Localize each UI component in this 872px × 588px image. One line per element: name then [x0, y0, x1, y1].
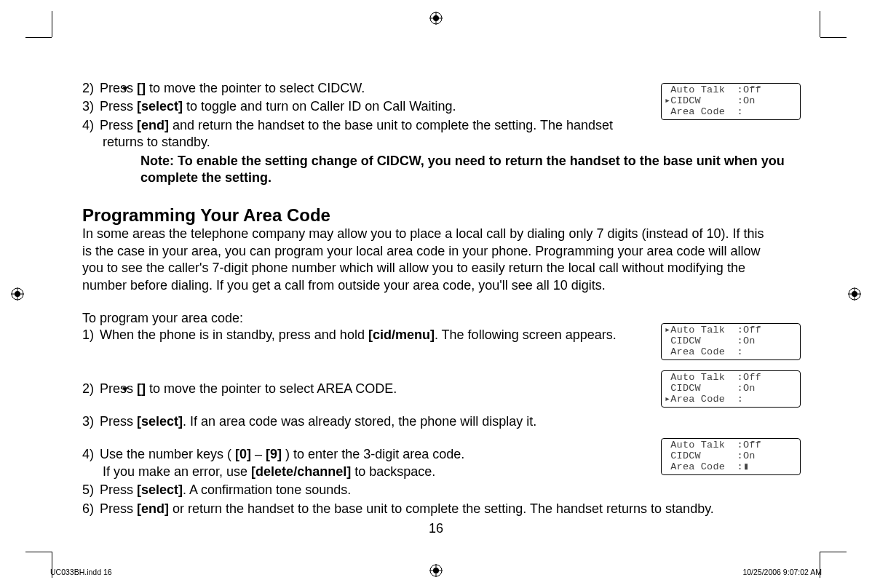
- step-text: Press [▼] to move the pointer to select …: [100, 81, 365, 95]
- step-text: Press [end] or return the handset to the…: [100, 501, 714, 516]
- step-item: 3)Press [select] to toggle and turn on C…: [82, 98, 650, 115]
- crop-mark: [820, 37, 847, 38]
- step-number: 1): [82, 327, 100, 343]
- note-text: Note: To enable the setting change of CI…: [140, 153, 796, 187]
- page-number: 16: [0, 521, 872, 536]
- step-list-bottom: 3)Press [select]. If an area code was al…: [82, 413, 650, 430]
- footer: UC033BH.indd 16 10/25/2006 9:07:02 AM: [50, 568, 822, 576]
- step-list-bottom: 2)Press [▼] to move the pointer to selec…: [82, 381, 650, 397]
- step-item: 3)Press [select]. If an area code was al…: [82, 413, 650, 430]
- step-item: 4)Press [end] and return the handset to …: [82, 117, 650, 151]
- step-text: Press [end] and return the handset to th…: [100, 118, 613, 149]
- footer-filename: UC033BH.indd 16: [50, 568, 112, 576]
- crop-mark: [52, 11, 52, 37]
- step-item: 2)Press [▼] to move the pointer to selec…: [82, 381, 650, 397]
- step-item: 1)When the phone is in standby, press an…: [82, 327, 650, 343]
- crop-mark: [820, 552, 847, 552]
- step-text: Press [select]. If an area code was alre…: [100, 414, 536, 429]
- lcd-screen-area-code-pointer: Auto Talk :Off CIDCW :On ▸Area Code :: [661, 370, 801, 408]
- footer-timestamp: 10/25/2006 9:07:02 AM: [742, 568, 822, 576]
- crop-mark: [25, 37, 52, 38]
- step-item: 2)Press [▼] to move the pointer to selec…: [82, 80, 650, 97]
- step-text: Use the number keys ( [0] – [9] ) to ent…: [100, 447, 464, 478]
- step-list-top: 2)Press [▼] to move the pointer to selec…: [82, 80, 650, 151]
- step-item: 5)Press [select]. A confirmation tone so…: [82, 482, 781, 498]
- step-item: 6)Press [end] or return the handset to t…: [82, 501, 781, 517]
- step-number: 3): [82, 98, 100, 115]
- registration-mark-icon: [848, 287, 861, 301]
- step-number: 4): [82, 117, 100, 134]
- section-heading: Programming Your Area Code: [82, 205, 796, 226]
- lcd-screen-menu-top: ▸Auto Talk :Off CIDCW :On Area Code :: [661, 323, 801, 360]
- step-text: When the phone is in standby, press and …: [100, 327, 617, 342]
- step-text: Press [select] to toggle and turn on Cal…: [100, 99, 456, 114]
- registration-mark-icon: [429, 12, 443, 25]
- step-number: 6): [82, 501, 100, 517]
- section-paragraph: In some areas the telephone company may …: [82, 226, 774, 294]
- lcd-screen-cidcw: Auto Talk :Off ▸CIDCW :On Area Code :: [661, 83, 801, 120]
- page-content: Auto Talk :Off ▸CIDCW :On Area Code : 2)…: [82, 80, 796, 519]
- step-number: 3): [82, 413, 100, 430]
- step-list-bottom: 1)When the phone is in standby, press an…: [82, 327, 650, 343]
- step-text: Press [▼] to move the pointer to select …: [100, 381, 397, 396]
- step-number: 5): [82, 482, 100, 498]
- lcd-screen-area-code-entry: Auto Talk :Off CIDCW :On Area Code :▮: [661, 438, 801, 475]
- step-number: 2): [82, 80, 100, 97]
- step-text: Press [select]. A confirmation tone soun…: [100, 482, 351, 497]
- registration-mark-icon: [11, 287, 24, 301]
- step-number: 2): [82, 381, 100, 397]
- crop-mark: [820, 11, 820, 37]
- crop-mark: [25, 552, 52, 552]
- step-number: 4): [82, 446, 100, 463]
